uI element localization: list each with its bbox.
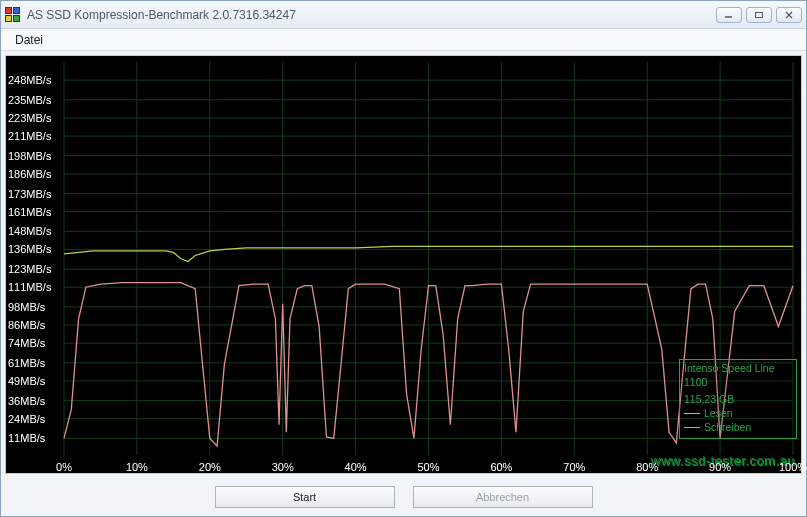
window-title: AS SSD Kompression-Benchmark 2.0.7316.34… [27, 8, 716, 22]
content: Intenso Speed Line 1100 115,23 GB Lesen … [1, 51, 806, 516]
y-tick-label: 198MB/s [8, 150, 51, 162]
close-icon [784, 11, 794, 19]
abort-button[interactable]: Abbrechen [413, 486, 593, 508]
x-tick-label: 20% [199, 461, 221, 473]
chart-area: Intenso Speed Line 1100 115,23 GB Lesen … [5, 55, 802, 474]
y-tick-label: 173MB/s [8, 188, 51, 200]
y-tick-label: 36MB/s [8, 395, 45, 407]
legend-capacity: 115,23 GB [684, 393, 792, 406]
y-tick-label: 223MB/s [8, 112, 51, 124]
titlebar: AS SSD Kompression-Benchmark 2.0.7316.34… [1, 1, 806, 29]
x-tick-label: 60% [490, 461, 512, 473]
legend-device: Intenso Speed Line 1100 [684, 362, 792, 388]
y-tick-label: 211MB/s [8, 130, 51, 142]
y-tick-label: 161MB/s [8, 206, 51, 218]
x-tick-label: 90% [709, 461, 731, 473]
buttons-row: Start Abbrechen [5, 478, 802, 516]
svg-rect-1 [756, 12, 763, 17]
menubar: Datei [1, 29, 806, 51]
y-tick-label: 49MB/s [8, 375, 45, 387]
y-tick-label: 248MB/s [8, 74, 51, 86]
legend-box: Intenso Speed Line 1100 115,23 GB Lesen … [679, 359, 797, 439]
app-window: AS SSD Kompression-Benchmark 2.0.7316.34… [0, 0, 807, 517]
x-tick-label: 40% [345, 461, 367, 473]
legend-write-swatch [684, 427, 700, 428]
y-tick-label: 61MB/s [8, 357, 45, 369]
y-tick-label: 111MB/s [8, 281, 51, 293]
y-tick-label: 148MB/s [8, 225, 51, 237]
x-tick-label: 50% [417, 461, 439, 473]
legend-read-row: Lesen [684, 407, 792, 420]
x-tick-label: 70% [563, 461, 585, 473]
y-tick-label: 24MB/s [8, 413, 45, 425]
x-tick-label: 0% [56, 461, 72, 473]
minimize-icon [724, 11, 734, 19]
maximize-button[interactable] [746, 7, 772, 23]
x-tick-label: 10% [126, 461, 148, 473]
app-icon [5, 7, 21, 23]
window-buttons [716, 7, 802, 23]
x-tick-label: 80% [636, 461, 658, 473]
y-tick-label: 98MB/s [8, 301, 45, 313]
x-tick-label: 100% [779, 461, 807, 473]
close-button[interactable] [776, 7, 802, 23]
minimize-button[interactable] [716, 7, 742, 23]
y-tick-label: 86MB/s [8, 319, 45, 331]
y-tick-label: 136MB/s [8, 243, 51, 255]
y-tick-label: 186MB/s [8, 168, 51, 180]
menu-file[interactable]: Datei [9, 31, 49, 49]
y-tick-label: 11MB/s [8, 432, 45, 444]
legend-read-swatch [684, 413, 700, 414]
y-tick-label: 235MB/s [8, 94, 51, 106]
y-tick-label: 74MB/s [8, 337, 45, 349]
legend-write-row: Schreiben [684, 421, 792, 434]
x-tick-label: 30% [272, 461, 294, 473]
y-tick-label: 123MB/s [8, 263, 51, 275]
legend-write-label: Schreiben [704, 421, 751, 434]
start-button[interactable]: Start [215, 486, 395, 508]
legend-read-label: Lesen [704, 407, 733, 420]
maximize-icon [754, 11, 764, 19]
